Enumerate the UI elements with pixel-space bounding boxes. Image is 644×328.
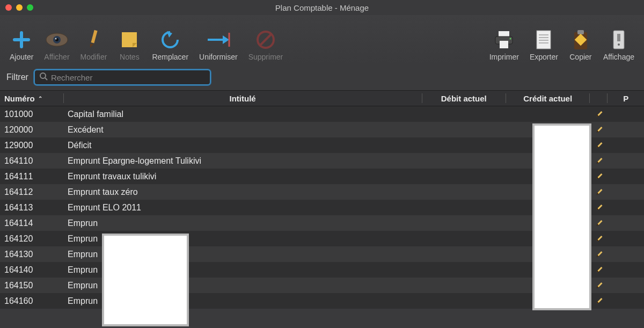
svg-rect-18: [500, 41, 508, 48]
toolbar-label: Exporter: [530, 53, 558, 61]
toolbar-label: Supprimer: [248, 53, 283, 61]
svg-line-15: [260, 34, 271, 45]
uniformiser-button[interactable]: Uniformiser: [195, 27, 242, 62]
titlebar: Plan Comptable - Ménage: [0, 0, 644, 15]
cell-numero: 164112: [0, 187, 63, 197]
column-label: Débit actuel: [441, 94, 487, 103]
plus-icon: [12, 29, 31, 50]
ajouter-button[interactable]: Ajouter: [5, 27, 38, 62]
no-entry-icon: [256, 29, 275, 50]
svg-point-30: [618, 43, 620, 46]
column-label: P: [623, 94, 628, 103]
column-header-p[interactable]: P: [608, 91, 644, 106]
column-header-intitule[interactable]: Intitulé: [64, 91, 422, 106]
row-edit-icon[interactable]: [590, 220, 608, 227]
afficher-button[interactable]: Afficher: [40, 27, 74, 62]
svg-rect-29: [617, 34, 620, 41]
eye-icon: [45, 29, 69, 50]
toolbar-label: Notes: [120, 53, 140, 61]
cell-intitule: Déficit: [63, 141, 423, 150]
printer-icon: [493, 29, 515, 50]
row-edit-icon[interactable]: [590, 266, 608, 274]
clipboard-icon: [572, 29, 589, 50]
cell-numero: 164150: [0, 281, 63, 290]
modifier-button[interactable]: Modifier: [76, 27, 112, 62]
toolbar-label: Afficher: [44, 53, 69, 61]
cell-numero: 164120: [0, 234, 63, 244]
pencil-icon: [596, 126, 602, 133]
supprimer-button[interactable]: Supprimer: [244, 27, 288, 62]
switch-icon: [611, 29, 626, 50]
svg-point-31: [40, 73, 46, 78]
pencil-icon: [596, 142, 602, 148]
row-edit-icon[interactable]: [590, 251, 608, 258]
svg-line-32: [45, 78, 47, 80]
document-icon: [536, 29, 552, 50]
row-edit-icon[interactable]: [590, 297, 608, 305]
row-edit-icon[interactable]: [590, 111, 608, 118]
search-icon: [39, 72, 48, 83]
cell-intitule: Emprunt Epargne-logement Tulikivi: [63, 156, 423, 166]
svg-rect-6: [91, 30, 98, 43]
pencil-icon: [596, 220, 602, 226]
zoom-window-button[interactable]: [27, 4, 33, 11]
svg-point-19: [510, 38, 511, 40]
toolbar-label: Copier: [569, 53, 591, 61]
filter-label: Filtrer: [6, 72, 28, 82]
table-header: Numéro ⌃ Intitulé Débit actuel Crédit ac…: [0, 90, 644, 106]
column-header-numero[interactable]: Numéro ⌃: [0, 91, 63, 106]
minimize-window-button[interactable]: [16, 4, 23, 11]
toolbar-label: Remplacer: [152, 53, 188, 61]
svg-marker-7: [89, 43, 94, 49]
column-header-debit[interactable]: Débit actuel: [422, 91, 506, 106]
affichage-button[interactable]: Affichage: [599, 27, 639, 62]
cell-intitule: Emprunt taux zéro: [63, 187, 423, 197]
column-header-credit[interactable]: Crédit actuel: [506, 91, 589, 106]
pencil-icon: [596, 111, 602, 117]
toolbar-label: Uniformiser: [199, 53, 238, 61]
pencil-icon: [596, 297, 602, 304]
toolbar: Ajouter Afficher Modifier: [0, 15, 644, 64]
column-label: Numéro: [4, 94, 35, 103]
remplacer-button[interactable]: Remplacer: [148, 27, 193, 62]
copier-button[interactable]: Copier: [565, 27, 597, 62]
search-field-wrap[interactable]: [34, 69, 211, 85]
redaction-overlay: [532, 123, 591, 310]
row-edit-icon[interactable]: [590, 204, 608, 212]
pencil-icon: [596, 173, 602, 179]
row-edit-icon[interactable]: [590, 282, 608, 289]
cell-intitule: Emprunt ELO 2011: [63, 203, 423, 213]
cell-intitule: Emprun: [63, 218, 423, 228]
row-edit-icon[interactable]: [590, 188, 608, 196]
cell-numero: 164110: [0, 156, 63, 166]
pencil-icon: [596, 188, 602, 195]
pencil-icon: [596, 235, 602, 242]
column-header-icon[interactable]: [590, 91, 607, 106]
imprimer-button[interactable]: Imprimer: [485, 27, 523, 62]
pencil-icon: [596, 251, 602, 257]
window-title: Plan Comptable - Ménage: [0, 3, 644, 12]
arrow-to-line-icon: [206, 29, 231, 50]
cell-numero: 164114: [0, 218, 63, 228]
close-window-button[interactable]: [5, 4, 12, 11]
row-edit-icon[interactable]: [590, 173, 608, 180]
cell-numero: 101000: [0, 110, 63, 119]
cell-numero: 120000: [0, 125, 63, 135]
toolbar-label: Affichage: [603, 53, 634, 61]
toolbar-label: Ajouter: [10, 53, 33, 61]
column-label: Crédit actuel: [523, 94, 572, 103]
search-input[interactable]: [51, 73, 206, 82]
table-row[interactable]: 101000Capital familial: [0, 106, 644, 122]
exporter-button[interactable]: Exporter: [525, 27, 562, 62]
notes-button[interactable]: Notes: [113, 27, 145, 62]
row-edit-icon[interactable]: [590, 157, 608, 165]
cell-numero: 164113: [0, 203, 63, 213]
cell-numero: 164160: [0, 296, 63, 306]
row-edit-icon[interactable]: [590, 126, 608, 134]
cell-numero: 164140: [0, 265, 63, 275]
row-edit-icon[interactable]: [590, 142, 608, 149]
sort-ascending-icon: ⌃: [38, 96, 42, 101]
cell-intitule: Capital familial: [63, 110, 423, 119]
row-edit-icon[interactable]: [590, 235, 608, 243]
cell-numero: 129000: [0, 141, 63, 150]
